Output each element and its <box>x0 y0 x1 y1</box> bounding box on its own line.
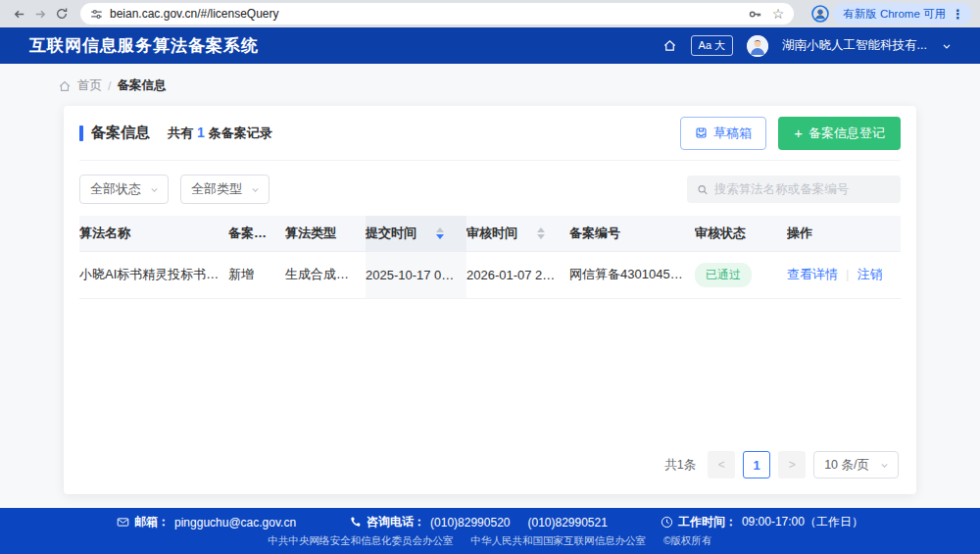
type-filter-select[interactable]: 全部类型 <box>180 175 270 204</box>
table-header-row: 算法名称 备案类型 算法类型 提交时间 审核时间 备案编号 审核状态 操作 <box>79 216 901 251</box>
bookmark-star-icon[interactable]: ☆ <box>772 7 785 21</box>
search-input[interactable] <box>714 182 891 196</box>
breadcrumb-home[interactable]: 首页 <box>77 77 102 94</box>
page-size-select[interactable]: 10 条/页 <box>813 451 899 478</box>
col-header-status: 审核状态 <box>695 216 787 251</box>
status-filter-value: 全部状态 <box>90 180 141 198</box>
table-row: 小晓AI标书精灵投标书生成算法 新增 生成合成类… 2025-10-17 09:… <box>79 251 901 298</box>
plus-icon: + <box>794 126 803 140</box>
prev-page-button[interactable]: < <box>708 451 735 478</box>
total-count: 共1条 <box>664 457 696 474</box>
browser-back-button[interactable] <box>8 3 29 25</box>
footer-org-1: 中共中央网络安全和信息化委员会办公室 <box>268 534 453 548</box>
cell-review-time: 2026-01-07 20:44 <box>466 251 569 298</box>
phone-value-2: (010)82990521 <box>527 516 607 529</box>
breadcrumb-home-icon[interactable] <box>58 79 72 93</box>
col-header-name: 算法名称 <box>79 216 228 251</box>
draft-box-button[interactable]: 草稿箱 <box>680 117 766 150</box>
cell-filing-no: 网信算备4301045857191… <box>569 251 695 298</box>
browser-profile-icon[interactable] <box>811 5 829 23</box>
breadcrumb: 首页 / 备案信息 <box>58 77 916 94</box>
deregister-link[interactable]: 注销 <box>857 267 882 281</box>
chevron-down-icon <box>149 184 160 195</box>
card-header: 备案信息 共有1条备案记录 草稿箱 + 备案信息登记 <box>79 106 901 161</box>
breadcrumb-separator: / <box>108 79 111 93</box>
draft-label: 草稿箱 <box>713 125 752 142</box>
col-header-review-time[interactable]: 审核时间 <box>466 216 569 251</box>
register-label: 备案信息登记 <box>808 125 885 142</box>
cell-status: 已通过 <box>695 251 787 298</box>
browser-reload-button[interactable] <box>51 3 73 25</box>
title-marker <box>79 126 83 141</box>
page-body: 首页 / 备案信息 备案信息 共有1条备案记录 草稿箱 + 备案信息登记 <box>0 64 980 508</box>
submit-time-label: 提交时间 <box>366 226 416 240</box>
status-filter-select[interactable]: 全部状态 <box>79 175 169 204</box>
user-avatar[interactable] <box>747 35 768 57</box>
view-details-link[interactable]: 查看详情 <box>787 267 838 281</box>
sort-icons[interactable] <box>436 227 444 239</box>
hours-label: 工作时间： <box>678 514 737 530</box>
app-title: 互联网信息服务算法备案系统 <box>29 34 259 57</box>
clock-icon <box>661 516 673 529</box>
browser-toolbar: beian.cac.gov.cn/#/licenseQuery ☆ 有新版 Ch… <box>0 0 980 27</box>
page-footer: 邮箱： pingguchu@cac.gov.cn 咨询电话： (010)8299… <box>0 508 980 554</box>
status-badge: 已通过 <box>695 263 752 287</box>
type-filter-value: 全部类型 <box>191 180 242 198</box>
url-text: beian.cac.gov.cn/#/licenseQuery <box>110 7 748 21</box>
browser-forward-button[interactable] <box>29 3 51 25</box>
company-name[interactable]: 湖南小晓人工智能科技有... <box>782 37 927 54</box>
chevron-down-icon <box>250 184 261 195</box>
footer-copyright: ©版权所有 <box>663 534 712 548</box>
hours-value: 09:00-17:00（工作日） <box>742 514 863 530</box>
chevron-down-icon <box>879 460 890 471</box>
font-size-button[interactable]: Aa 大 <box>691 35 734 56</box>
col-header-actions: 操作 <box>787 216 901 251</box>
filing-card: 备案信息 共有1条备案记录 草稿箱 + 备案信息登记 全部状态 <box>64 106 916 494</box>
email-label: 邮箱： <box>134 514 170 530</box>
cell-filing-type: 新增 <box>228 251 285 298</box>
page-number-button[interactable]: 1 <box>743 451 770 478</box>
cell-actions: 查看详情|注销 <box>787 251 901 298</box>
cell-submit-time: 2025-10-17 09:02 <box>366 251 466 298</box>
col-header-filing-type: 备案类型 <box>228 216 285 251</box>
filter-row: 全部状态 全部类型 <box>79 175 901 204</box>
search-box <box>687 176 901 203</box>
filing-table: 算法名称 备案类型 算法类型 提交时间 审核时间 备案编号 审核状态 操作 小晓 <box>79 216 901 299</box>
phone-value-1: (010)82990520 <box>430 516 510 529</box>
chevron-down-icon[interactable] <box>941 40 953 52</box>
site-settings-icon[interactable] <box>90 8 103 21</box>
pagination: 共1条 < 1 > 10 条/页 <box>79 441 901 484</box>
app-header: 互联网信息服务算法备案系统 Aa 大 湖南小晓人工智能科技有... <box>0 27 980 64</box>
record-count: 共有1条备案记录 <box>168 125 272 142</box>
count-number: 1 <box>197 125 205 140</box>
chrome-update-label: 有新版 Chrome 可用 <box>843 7 946 22</box>
mail-icon <box>117 516 129 529</box>
chrome-update-chip[interactable]: 有新版 Chrome 可用 ⋮ <box>833 3 972 25</box>
col-header-algo-type: 算法类型 <box>285 216 366 251</box>
page-title: 备案信息 <box>91 124 150 142</box>
password-key-icon[interactable] <box>748 7 762 22</box>
col-header-submit-time[interactable]: 提交时间 <box>366 216 466 251</box>
sort-icons[interactable] <box>537 227 545 239</box>
address-bar[interactable]: beian.cac.gov.cn/#/licenseQuery ☆ <box>80 3 794 25</box>
count-suffix: 条备案记录 <box>209 126 272 140</box>
cell-algo-type: 生成合成类… <box>285 251 366 298</box>
email-value: pingguchu@cac.gov.cn <box>174 516 296 529</box>
footer-hours: 工作时间： 09:00-17:00（工作日） <box>661 514 863 530</box>
footer-org-2: 中华人民共和国国家互联网信息办公室 <box>470 534 646 548</box>
breadcrumb-current: 备案信息 <box>117 77 166 94</box>
home-icon[interactable] <box>662 38 677 53</box>
footer-email: 邮箱： pingguchu@cac.gov.cn <box>117 514 296 530</box>
review-time-label: 审核时间 <box>466 226 517 240</box>
register-filing-button[interactable]: + 备案信息登记 <box>778 117 901 150</box>
next-page-button[interactable]: > <box>778 451 806 478</box>
browser-menu-icon[interactable]: ⋮ <box>950 7 966 22</box>
phone-icon <box>349 516 362 529</box>
count-prefix: 共有 <box>168 126 193 140</box>
col-header-filing-no: 备案编号 <box>569 216 695 251</box>
cell-algorithm-name: 小晓AI标书精灵投标书生成算法 <box>79 251 228 298</box>
page-size-value: 10 条/页 <box>824 457 869 474</box>
search-icon <box>697 183 709 196</box>
phone-label: 咨询电话： <box>367 514 425 530</box>
action-divider: | <box>846 267 849 281</box>
